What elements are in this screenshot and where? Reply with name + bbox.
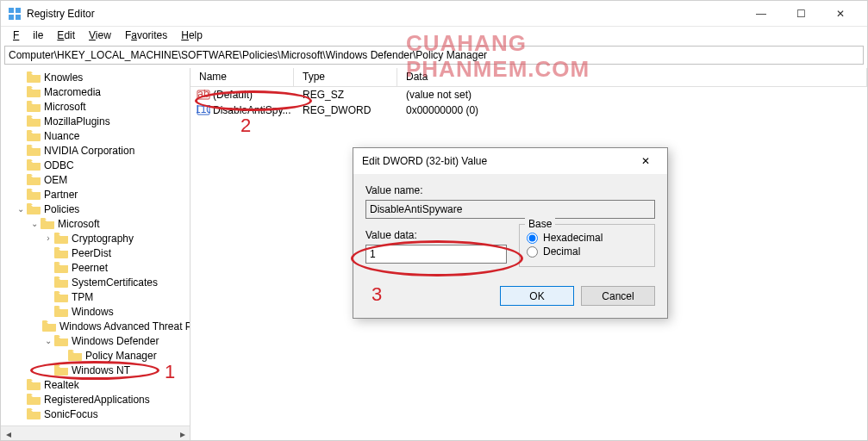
value-data-field[interactable] (365, 245, 507, 264)
expand-icon[interactable]: › (42, 233, 54, 245)
tree-node[interactable]: SonicFocus (1, 407, 190, 421)
radio-hex-input[interactable] (527, 233, 538, 244)
tree-node[interactable]: ›Cryptography (1, 231, 190, 245)
tree-node[interactable]: Policy Manager (1, 348, 190, 363)
expand-icon[interactable] (15, 86, 27, 98)
tree-node[interactable]: OEM (1, 172, 190, 187)
base-legend: Base (525, 218, 555, 230)
tree-node[interactable]: Windows Advanced Threat Protection (1, 319, 190, 333)
tree-pane[interactable]: KnowlesMacromediaMicrosoftMozillaPlugins… (1, 68, 190, 440)
expand-icon[interactable] (15, 159, 27, 171)
tree-node[interactable]: Microsoft (1, 99, 190, 114)
tree-node[interactable]: Nuance (1, 128, 190, 143)
expand-icon[interactable] (42, 291, 54, 303)
dialog-title: Edit DWORD (32-bit) Value (362, 155, 633, 167)
value-type-icon: 110 (196, 102, 211, 118)
col-name[interactable]: Name (190, 68, 294, 86)
tree-node[interactable]: ⌄Windows Defender (1, 333, 190, 348)
expand-icon[interactable] (15, 379, 27, 391)
svg-rect-1 (16, 8, 21, 13)
close-button[interactable]: ✕ (821, 1, 860, 27)
folder-icon (27, 203, 41, 215)
tree-node[interactable]: Peernet (1, 260, 190, 275)
maximize-button[interactable]: ☐ (781, 1, 821, 27)
ok-button[interactable]: OK (500, 286, 574, 306)
expand-icon[interactable]: ⌄ (15, 203, 27, 215)
tree-node[interactable]: ODBC (1, 158, 190, 172)
address-bar[interactable]: Computer\HKEY_LOCAL_MACHINE\SOFTWARE\Pol… (4, 46, 864, 65)
menu-file[interactable]: Fdocument.currentScript.previousElementS… (6, 28, 50, 43)
tree-node[interactable]: SystemCertificates (1, 275, 190, 289)
expand-icon[interactable]: ⌄ (42, 335, 54, 347)
tree-node[interactable]: Realtek (1, 377, 190, 392)
radio-hex[interactable]: Hexadecimal (527, 232, 647, 244)
tree-node[interactable]: Knowles (1, 70, 190, 84)
menu-favorites[interactable]: Favorites (118, 28, 174, 43)
folder-icon (27, 174, 41, 186)
tree-node[interactable]: TPM (1, 289, 190, 304)
expand-icon[interactable] (56, 350, 68, 362)
tree-node[interactable]: Windows (1, 304, 190, 319)
tree-label: Partner (42, 189, 79, 201)
expand-icon[interactable] (15, 174, 27, 186)
folder-icon (41, 218, 54, 230)
expand-icon[interactable] (15, 115, 27, 127)
tree-hscrollbar[interactable]: ◂ ▸ (1, 425, 190, 440)
list-header[interactable]: Name Type Data (190, 68, 867, 87)
tree-label: Windows (70, 306, 116, 318)
tree-node[interactable]: ⌄Microsoft (1, 216, 190, 231)
expand-icon[interactable] (15, 408, 27, 420)
expand-icon[interactable] (42, 306, 54, 318)
cancel-button[interactable]: Cancel (581, 286, 655, 306)
tree-node[interactable]: Windows NT (1, 363, 190, 377)
expand-icon[interactable] (15, 189, 27, 201)
window-title: Registry Editor (27, 8, 95, 20)
folder-icon (54, 364, 68, 376)
tree-node[interactable]: Partner (1, 187, 190, 202)
tree-node[interactable]: NVIDIA Corporation (1, 143, 190, 158)
value-name: DisableAntiSpy... (213, 104, 294, 116)
menu-edit[interactable]: Edit (50, 28, 82, 43)
expand-icon[interactable] (42, 247, 54, 259)
expand-icon[interactable] (42, 276, 54, 289)
scroll-right-icon[interactable]: ▸ (175, 426, 190, 440)
expand-icon[interactable] (42, 364, 54, 376)
value-row[interactable]: ab(Default)REG_SZ(value not set) (190, 87, 867, 102)
minimize-button[interactable]: — (741, 1, 781, 27)
expand-icon[interactable] (15, 130, 27, 142)
tree-label: RegisteredApplications (42, 394, 152, 406)
tree-node[interactable]: PeerDist (1, 245, 190, 260)
expand-icon[interactable] (15, 71, 27, 84)
col-type[interactable]: Type (294, 68, 397, 86)
tree-node[interactable]: MozillaPlugins (1, 114, 190, 128)
value-data-label: Value data: (365, 229, 507, 241)
tree-label: MozillaPlugins (42, 115, 112, 127)
tree-label: PeerDist (70, 247, 113, 259)
scroll-left-icon[interactable]: ◂ (1, 426, 16, 440)
tree-node[interactable]: Macromedia (1, 84, 190, 99)
expand-icon[interactable] (15, 394, 27, 406)
expand-icon[interactable] (15, 101, 27, 113)
svg-text:ab: ab (197, 88, 209, 100)
folder-icon (27, 408, 41, 420)
tree-node[interactable]: ⌄Policies (1, 202, 190, 216)
window-titlebar: Registry Editor — ☐ ✕ (1, 1, 867, 27)
tree-node[interactable]: RegisteredApplications (1, 392, 190, 407)
expand-icon[interactable] (42, 262, 54, 274)
folder-icon (27, 189, 41, 201)
radio-dec[interactable]: Decimal (527, 245, 647, 258)
expand-icon[interactable] (15, 145, 27, 157)
col-data[interactable]: Data (397, 68, 867, 86)
menu-view[interactable]: View (82, 28, 118, 43)
menu-help[interactable]: Help (174, 28, 209, 43)
tree-label: Policies (42, 203, 81, 215)
value-row[interactable]: 110DisableAntiSpy...REG_DWORD0x00000000 … (190, 102, 867, 118)
tree-label: SonicFocus (42, 408, 100, 420)
expand-icon[interactable]: ⌄ (28, 218, 41, 230)
tree-label: Knowles (42, 71, 84, 84)
tree-label: NVIDIA Corporation (42, 145, 136, 157)
tree-label: SystemCertificates (70, 276, 159, 289)
dialog-close-button[interactable]: ✕ (633, 148, 659, 174)
radio-dec-input[interactable] (527, 246, 538, 258)
svg-rect-2 (9, 15, 14, 20)
